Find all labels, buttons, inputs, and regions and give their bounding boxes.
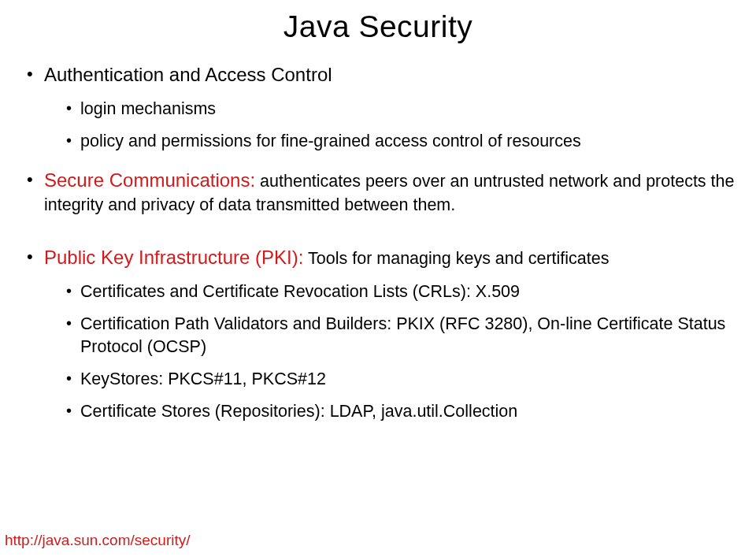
sub-pkix-text: Certification Path Validators and Builde… [80,314,725,356]
spacer [44,216,748,230]
sub-login-text: login mechanisms [80,99,216,118]
footer-link: http://java.sun.com/security/ [5,532,191,549]
bullet-auth: Authentication and Access Control login … [27,63,748,153]
sub-policy-text: policy and permissions for fine-grained … [80,132,581,150]
bullet-secure-comm: Secure Communications: authenticates pee… [27,169,748,230]
sub-crl-text: Certificates and Certificate Revocation … [80,282,520,301]
bullet-auth-text: Authentication and Access Control [44,64,332,85]
pki-label: Public Key Infrastructure (PKI): [44,247,303,268]
top-list: Authentication and Access Control login … [0,63,756,423]
auth-sub-list: login mechanisms policy and permissions … [44,98,748,153]
sub-policy: policy and permissions for fine-grained … [66,130,748,153]
sub-login: login mechanisms [66,98,748,121]
secure-comm-label: Secure Communications: [44,169,255,191]
bullet-pki: Public Key Infrastructure (PKI): Tools f… [27,246,748,423]
pki-cont: Tools for managing keys and certificates [303,249,609,268]
sub-keystores: KeyStores: PKCS#11, PKCS#12 [66,368,748,391]
slide-page: Java Security Authentication and Access … [0,0,756,557]
pki-sub-list: Certificates and Certificate Revocation … [44,280,748,423]
sub-crl: Certificates and Certificate Revocation … [66,280,748,303]
page-title: Java Security [0,9,756,44]
sub-pkix: Certification Path Validators and Builde… [66,313,748,358]
sub-certstores: Certificate Stores (Repositories): LDAP,… [66,400,748,423]
sub-certstores-text: Certificate Stores (Repositories): LDAP,… [80,402,517,421]
sub-keystores-text: KeyStores: PKCS#11, PKCS#12 [80,369,326,388]
